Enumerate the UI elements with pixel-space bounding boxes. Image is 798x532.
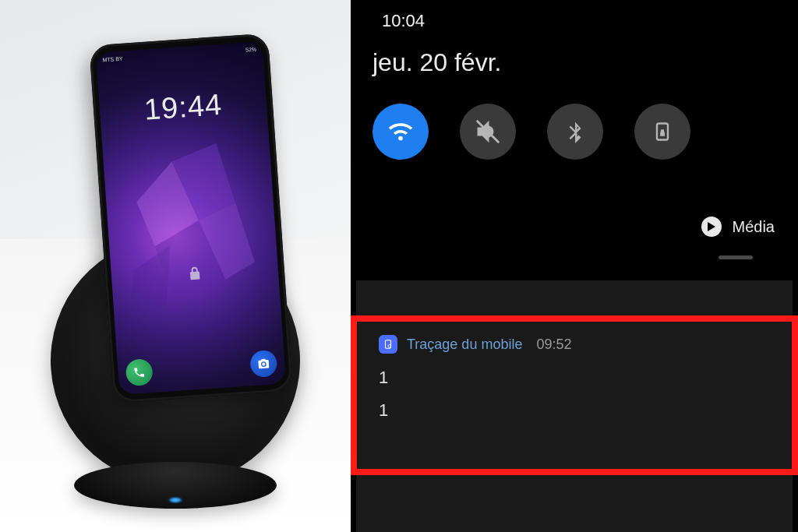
qs-bluetooth-toggle[interactable] <box>547 104 603 160</box>
battery-label: 52% <box>245 47 256 53</box>
shade-date: jeu. 20 févr. <box>351 31 798 77</box>
phone-lockscreen: MTS BY 52% 19:44 <box>96 41 286 395</box>
lock-icon <box>188 266 201 284</box>
media-play-button[interactable] <box>701 217 722 237</box>
wifi-icon <box>387 118 414 145</box>
qs-mute-toggle[interactable] <box>460 104 516 160</box>
svg-marker-4 <box>125 245 175 316</box>
notification-shade: 10:04 jeu. 20 févr. Média <box>351 0 798 532</box>
mute-icon <box>475 119 500 144</box>
play-icon <box>707 222 716 231</box>
qs-wifi-toggle[interactable] <box>373 104 429 160</box>
camera-icon <box>257 357 270 370</box>
notification-body: 1 <box>379 400 770 421</box>
bluetooth-icon <box>563 120 587 143</box>
phone-icon <box>132 366 146 379</box>
notification-title: 1 <box>379 368 770 388</box>
qs-rotation-lock-toggle[interactable] <box>634 104 690 160</box>
media-control[interactable]: Média <box>701 217 775 237</box>
charger-led-indicator <box>168 498 182 502</box>
notification-header: Traçage du mobile 09:52 <box>379 335 770 354</box>
find-my-mobile-icon <box>379 335 397 354</box>
notification-app-name: Traçage du mobile <box>407 336 522 353</box>
quick-settings-row <box>351 77 798 160</box>
wallpaper-crystals <box>96 41 285 386</box>
rotation-lock-icon <box>651 121 673 143</box>
notification-time: 09:52 <box>536 336 571 353</box>
media-label: Média <box>733 218 775 236</box>
notification-card[interactable]: Traçage du mobile 09:52 1 1 <box>379 335 770 421</box>
shade-drag-handle[interactable] <box>719 255 753 259</box>
status-bar-time: 10:04 <box>351 0 798 31</box>
smartphone: MTS BY 52% 19:44 <box>89 33 293 403</box>
left-photo-panel: MTS BY 52% 19:44 <box>0 0 351 532</box>
